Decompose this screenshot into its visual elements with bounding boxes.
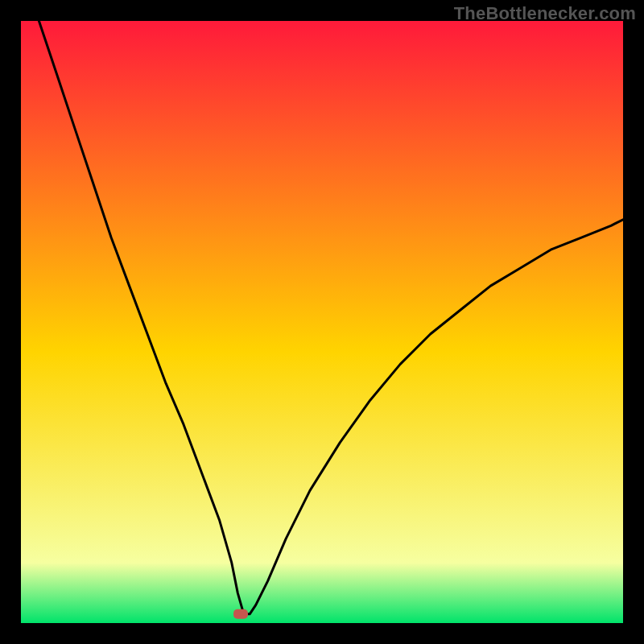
watermark-text: TheBottlenecker.com [454,3,636,24]
plot-background [21,21,623,623]
bottleneck-chart [21,21,623,623]
optimal-marker [233,609,248,619]
chart-frame: TheBottlenecker.com [0,0,644,644]
